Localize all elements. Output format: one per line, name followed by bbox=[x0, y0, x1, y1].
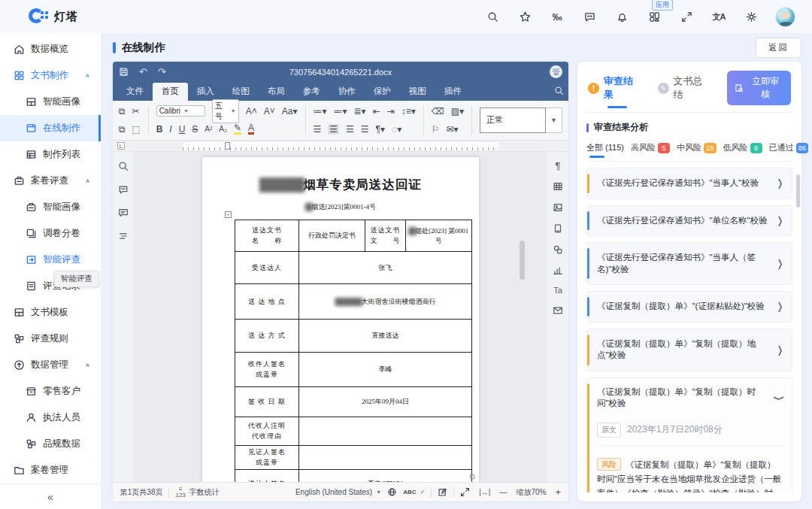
sidebar-item-case-management[interactable]: 案卷管理 bbox=[0, 457, 101, 483]
multilevel-list-icon[interactable]: ≣▾ bbox=[354, 107, 366, 116]
paste-icon[interactable]: ⧉ bbox=[119, 107, 126, 116]
filter-low-risk[interactable]: 低风险9 bbox=[723, 142, 762, 153]
tab-insert[interactable]: 插入 bbox=[188, 83, 223, 101]
sidebar-item-retail-customers[interactable]: 零售客户 bbox=[0, 378, 101, 404]
shape-settings-icon[interactable] bbox=[553, 244, 563, 255]
sidebar-item-doc-templates[interactable]: 文书模板 bbox=[0, 299, 101, 326]
subscript-icon[interactable]: A₂ bbox=[219, 126, 227, 133]
panel-scrollbar[interactable] bbox=[796, 174, 800, 208]
notification-bell-icon[interactable] bbox=[614, 8, 630, 25]
sidebar-item-smart-portrait[interactable]: 智能画像 bbox=[0, 89, 101, 115]
audit-now-button[interactable]: 立即审核 bbox=[727, 71, 791, 105]
language-select[interactable]: English (United States)▼ bbox=[295, 488, 381, 496]
search-icon[interactable] bbox=[484, 8, 501, 25]
review-item-expanded[interactable]: 《证据复制（提取）单》"复制（提取）时间"校验 ❯ 原文 2023年1月7日20… bbox=[586, 377, 792, 492]
tab-plugins[interactable]: 插件 bbox=[435, 83, 471, 101]
rate-edit-icon[interactable]: ‰ bbox=[549, 8, 565, 25]
sidebar-group-data-management[interactable]: 数据管理∧ bbox=[0, 352, 101, 378]
editor-user-avatar[interactable]: 管 bbox=[550, 65, 562, 78]
zoom-level[interactable]: 缩放70% bbox=[516, 487, 546, 498]
document-scroll-area[interactable]: ██████烟草专卖局送达回证 ██烟送[2023]第0001-4号 + 送达文… bbox=[134, 152, 547, 482]
review-item[interactable]: 《证据复制（提取）单》"复制（提取）地点"校验❯ bbox=[586, 329, 792, 371]
filter-mid-risk[interactable]: 中风险15 bbox=[677, 142, 717, 153]
redo-icon[interactable]: ↷ bbox=[158, 67, 166, 77]
align-right-icon[interactable]: ☰ bbox=[346, 125, 354, 134]
sidebar-item-review-rules[interactable]: 评查规则 bbox=[0, 326, 101, 352]
fit-width-icon[interactable]: |↔| bbox=[479, 488, 490, 496]
strikethrough-icon[interactable]: S bbox=[192, 125, 198, 134]
bullet-list-icon[interactable]: ≔▾ bbox=[313, 107, 326, 116]
sidebar-group-case-review[interactable]: 案卷评查∧ bbox=[0, 168, 101, 194]
sidebar-item-law-officers[interactable]: 执法人员 bbox=[0, 404, 101, 431]
italic-icon[interactable]: I bbox=[169, 125, 171, 134]
style-gallery[interactable]: 正常 ▼ bbox=[480, 108, 562, 133]
undo-icon[interactable]: ↶ bbox=[139, 67, 147, 77]
highlight-color-icon[interactable]: ✎ bbox=[234, 123, 241, 135]
document-page[interactable]: ██████烟草专卖局送达回证 ██烟送[2023]第0001-4号 + 送达文… bbox=[202, 157, 479, 482]
fullscreen-icon[interactable] bbox=[678, 8, 695, 25]
track-changes-icon[interactable] bbox=[438, 487, 447, 497]
numbered-list-icon[interactable]: ≕▾ bbox=[334, 107, 347, 116]
settings-gear-icon[interactable] bbox=[743, 8, 759, 25]
chat-panel-icon[interactable] bbox=[118, 208, 129, 218]
user-avatar[interactable] bbox=[775, 7, 795, 27]
cut-icon[interactable]: ✂ bbox=[132, 107, 139, 116]
align-center-icon[interactable]: ☰ bbox=[328, 124, 339, 135]
increase-indent-icon[interactable]: ⇥ bbox=[387, 107, 395, 116]
image-settings-icon[interactable] bbox=[553, 202, 563, 213]
chevron-down-icon[interactable]: ❯ bbox=[774, 395, 785, 401]
tab-references[interactable]: 参考 bbox=[294, 83, 329, 101]
sidebar-item-smart-portrait-2[interactable]: 智能画像 bbox=[0, 194, 101, 220]
paragraph-marks-icon[interactable]: ¶▾ bbox=[376, 125, 385, 134]
fit-page-icon[interactable] bbox=[460, 487, 470, 497]
find-icon[interactable] bbox=[118, 161, 129, 171]
sidebar-group-document-creation[interactable]: 文书制作∧ bbox=[0, 62, 101, 89]
chevron-down-icon[interactable]: ▼ bbox=[546, 108, 562, 133]
editor-search-icon[interactable] bbox=[554, 86, 564, 98]
vertical-scrollbar[interactable] bbox=[520, 241, 525, 280]
fill-color-icon[interactable]: ▨▾ bbox=[451, 107, 464, 116]
mailmerge-icon[interactable]: ✉▾ bbox=[446, 125, 458, 134]
back-button[interactable]: 返回 bbox=[756, 38, 801, 58]
font-name-select[interactable]: Calibri▼ bbox=[156, 105, 205, 117]
chart-settings-icon[interactable] bbox=[553, 265, 563, 276]
tab-collaboration[interactable]: 协作 bbox=[329, 83, 365, 101]
review-item[interactable]: 《证据先行登记保存通知书》"当事人（签名)"校验❯ bbox=[586, 242, 792, 285]
justify-icon[interactable]: ☰ bbox=[361, 125, 369, 134]
tab-draw[interactable]: 绘图 bbox=[223, 83, 259, 101]
sidebar-collapse-button[interactable]: « bbox=[0, 483, 101, 509]
favorite-star-icon[interactable] bbox=[517, 8, 533, 25]
filter-all[interactable]: 全部 (115) bbox=[586, 142, 624, 153]
bold-icon[interactable]: B bbox=[156, 125, 163, 134]
tab-file[interactable]: 文件 bbox=[117, 83, 153, 101]
underline-icon[interactable]: U bbox=[179, 125, 186, 134]
paragraph-settings-icon[interactable]: ¶ bbox=[556, 161, 561, 171]
zoom-in-button[interactable]: + bbox=[555, 486, 561, 498]
tab-review-results[interactable]: !审查结果 bbox=[588, 74, 643, 101]
decrease-indent-icon[interactable]: ⇤ bbox=[373, 107, 380, 116]
textart-settings-icon[interactable]: Ta bbox=[553, 286, 562, 295]
document-language-icon[interactable] bbox=[387, 487, 397, 497]
change-case-icon[interactable]: Aa▾ bbox=[282, 107, 298, 116]
superscript-icon[interactable]: A² bbox=[205, 126, 212, 133]
tab-home[interactable]: 首页 bbox=[153, 83, 188, 101]
headings-outline-icon[interactable] bbox=[118, 231, 129, 241]
tab-doc-summary[interactable]: ✎文书总结 bbox=[658, 74, 713, 101]
page-counter[interactable]: 第1页共38页 bbox=[120, 487, 163, 498]
tab-protection[interactable]: 保护 bbox=[365, 83, 400, 101]
table-resize-handle[interactable] bbox=[470, 474, 474, 479]
table-settings-icon[interactable] bbox=[553, 181, 563, 192]
sidebar-item-creation-list[interactable]: 制作列表 bbox=[0, 141, 101, 168]
page-settings-icon[interactable] bbox=[553, 223, 563, 234]
clear-format-icon[interactable]: ⌫ bbox=[432, 107, 444, 116]
format-painter-icon[interactable]: ⚐ bbox=[432, 125, 440, 134]
filter-passed[interactable]: 已通过86 bbox=[769, 142, 809, 153]
copy-icon[interactable]: ⧉ bbox=[119, 125, 126, 134]
zoom-out-button[interactable]: — bbox=[499, 488, 507, 496]
review-item[interactable]: 《证据先行登记保存通知书》"当事人"校验❯ bbox=[586, 168, 792, 199]
sidebar-item-smart-review[interactable]: 智能评查 bbox=[0, 247, 101, 273]
ruler[interactable]: L bbox=[113, 141, 568, 152]
save-icon[interactable] bbox=[119, 67, 129, 77]
shrink-font-icon[interactable]: A˅ bbox=[264, 107, 275, 116]
comment-icon[interactable] bbox=[118, 184, 129, 195]
